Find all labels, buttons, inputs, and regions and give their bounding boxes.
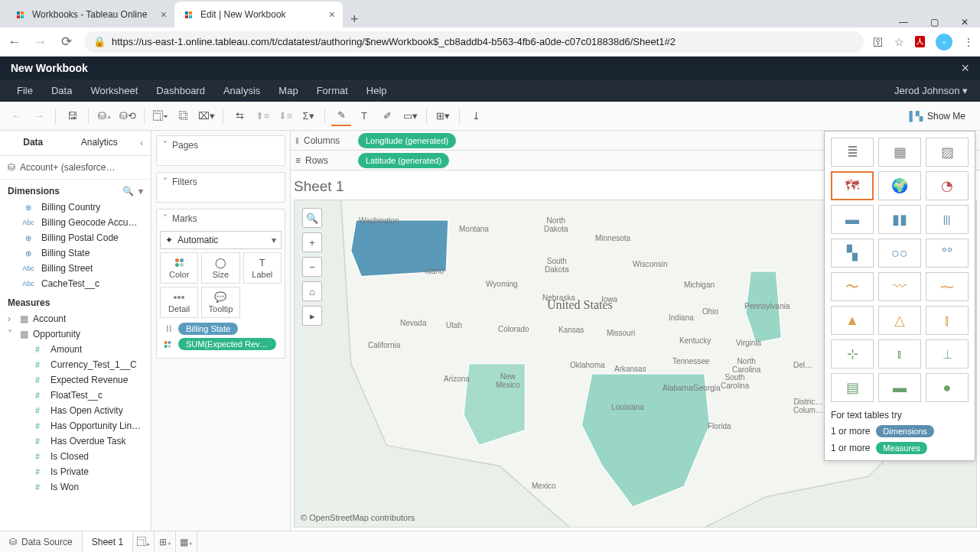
marks-tooltip-button[interactable]: 💬Tooltip (201, 287, 239, 318)
measure-field[interactable]: #FloatTest__c (0, 388, 151, 403)
showme-viz-option[interactable]: ▦ (878, 138, 921, 167)
nav-reload[interactable]: ⟳ (58, 34, 75, 50)
map-zoom-in-button[interactable]: + (302, 232, 322, 252)
datasource-item[interactable]: ⛁ Account+ (salesforce… (0, 156, 151, 180)
showme-viz-option[interactable]: ▤ (831, 373, 874, 402)
new-worksheet-button[interactable]: ⿹▾ (151, 106, 171, 126)
sort-asc-button[interactable]: ⬆≡ (252, 106, 272, 126)
showme-viz-option[interactable]: ⟂ (926, 339, 969, 369)
encoding-color-sum-expected-rev[interactable]: SUM(Expected Rev… (163, 338, 278, 350)
dimension-field[interactable]: AbcBilling Geocode Accu… (0, 215, 151, 230)
showme-viz-option[interactable]: °° (926, 239, 969, 268)
measure-field[interactable]: #Currency_Test_1__C (0, 357, 151, 372)
showme-viz-option[interactable]: ● (926, 373, 969, 402)
dimension-field[interactable]: AbcBilling Street (0, 261, 151, 276)
dimension-field[interactable]: ⊕Billing State (0, 245, 151, 261)
search-icon[interactable]: 🔍 (122, 186, 134, 196)
filters-card[interactable]: ˅Filters (156, 172, 285, 203)
new-worksheet-tab[interactable]: ⿹₊ (133, 531, 155, 552)
showme-viz-option[interactable]: ⫼ (926, 205, 969, 234)
showme-viz-option[interactable]: 🌍 (878, 171, 921, 200)
measure-field[interactable]: #Has Open Activity (0, 403, 151, 418)
menu-help[interactable]: Help (357, 85, 396, 96)
duplicate-button[interactable]: ⿻ (174, 106, 194, 126)
swap-button[interactable]: ⇆ (230, 106, 249, 126)
measure-field[interactable]: #Has Opportunity Lin… (0, 418, 151, 433)
undo-button[interactable]: ← (6, 106, 26, 126)
user-menu[interactable]: Jerod Johnson ▾ (894, 85, 972, 96)
showme-viz-option[interactable]: ◔ (926, 171, 969, 200)
measure-folder[interactable]: ˅▦Opportunity (0, 326, 151, 342)
measure-field[interactable]: #Amount (0, 342, 151, 357)
collapse-panel-icon[interactable]: ‹ (132, 138, 151, 148)
showme-viz-option[interactable]: ▚ (831, 239, 874, 268)
showme-viz-option[interactable]: 〰 (878, 272, 921, 301)
marks-label-button[interactable]: TLabel (243, 252, 282, 284)
showme-viz-option[interactable]: ⊹ (831, 339, 874, 369)
showme-viz-option[interactable]: △ (878, 306, 921, 335)
showme-viz-option[interactable]: ▲ (831, 306, 874, 335)
showme-viz-option[interactable]: 🗺 (831, 171, 874, 200)
menu-dashboard[interactable]: Dashboard (147, 85, 214, 96)
marks-detail-button[interactable]: Detail (160, 287, 198, 318)
menu-icon[interactable]: ▾ (138, 186, 143, 196)
showme-viz-option[interactable]: ▬ (878, 373, 921, 402)
menu-analysis[interactable]: Analysis (214, 85, 269, 96)
map-zoom-out-button[interactable]: − (302, 257, 322, 277)
new-dashboard-tab[interactable]: ⊞₊ (155, 531, 176, 552)
dimension-field[interactable]: ⊕Billing Country (0, 200, 151, 215)
new-story-tab[interactable]: ▦₊ (176, 531, 197, 552)
fit-button[interactable]: ▭▾ (400, 106, 420, 126)
labels-button[interactable]: T (354, 106, 374, 126)
measure-folder[interactable]: ›▦Account (0, 311, 151, 326)
menu-file[interactable]: File (8, 85, 42, 96)
window-close[interactable]: ✕ (949, 17, 980, 28)
pdf-extension-icon[interactable]: 人 (915, 36, 925, 47)
menu-map[interactable]: Map (269, 85, 307, 96)
sort-desc-button[interactable]: ⬇≡ (275, 106, 295, 126)
measure-field[interactable]: #Is Private (0, 464, 151, 479)
measure-field[interactable]: #Expected Revenue (0, 372, 151, 388)
redo-button[interactable]: → (29, 106, 49, 126)
pages-card[interactable]: ˅Pages (156, 135, 285, 166)
clear-button[interactable]: ⌧▾ (197, 106, 217, 126)
map-home-button[interactable]: ⌂ (302, 281, 322, 301)
refresh-data-button[interactable]: ⛁⟲ (118, 106, 138, 126)
save-button[interactable]: 🖫 (62, 106, 82, 126)
analytics-tab[interactable]: Analytics (67, 131, 133, 155)
showme-viz-option[interactable]: 〜 (831, 272, 874, 301)
showme-viz-option[interactable]: ▨ (926, 138, 969, 167)
showme-viz-option[interactable]: ⫿ (926, 306, 969, 335)
format-button[interactable]: ✐ (377, 106, 397, 126)
highlight-button[interactable]: ✎ (331, 106, 351, 126)
new-datasource-button[interactable]: ⛁₊ (95, 106, 115, 126)
showme-viz-option[interactable]: ▮▮ (878, 205, 921, 234)
chrome-menu-icon[interactable]: ⋮ (963, 36, 974, 48)
close-workbook-button[interactable]: × (961, 60, 969, 76)
menu-worksheet[interactable]: Worksheet (81, 85, 147, 96)
menu-data[interactable]: Data (42, 85, 81, 96)
totals-button[interactable]: Σ▾ (298, 106, 318, 126)
tab-close-icon[interactable]: × (161, 8, 167, 21)
nav-forward[interactable]: → (32, 34, 49, 50)
profile-avatar[interactable]: ◦ (936, 34, 952, 50)
encoding-detail-billing-state[interactable]: ⁞⁞Billing State (163, 323, 278, 335)
view-button[interactable]: ⊞▾ (433, 106, 453, 126)
window-maximize[interactable]: ▢ (919, 17, 949, 28)
showme-viz-option[interactable]: ⁓ (926, 272, 969, 301)
dimension-field[interactable]: AbcCacheTest__c (0, 276, 151, 291)
datasource-tab[interactable]: ⛁Data Source (0, 531, 83, 552)
rows-pill-latitude[interactable]: Latitude (generated) (358, 153, 449, 168)
mark-type-dropdown[interactable]: ✦ Automatic ▾ (160, 231, 282, 249)
browser-tab-active[interactable]: Edit | New Workbook × (174, 2, 343, 28)
showme-viz-option[interactable]: ≣ (831, 138, 874, 167)
map-play-button[interactable]: ▸ (302, 306, 322, 326)
nav-back[interactable]: ← (6, 34, 23, 50)
sheet1-tab[interactable]: Sheet 1 (83, 531, 133, 552)
url-input[interactable]: 🔒 https://us-east-1.online.tableau.com/t… (84, 31, 864, 53)
data-tab[interactable]: Data (0, 131, 67, 155)
download-button[interactable]: ⤓ (466, 106, 486, 126)
showme-viz-option[interactable]: ⫾ (878, 339, 921, 369)
show-me-toggle[interactable]: ▌▚ Show Me (900, 107, 974, 125)
map-search-button[interactable]: 🔍 (302, 208, 322, 228)
